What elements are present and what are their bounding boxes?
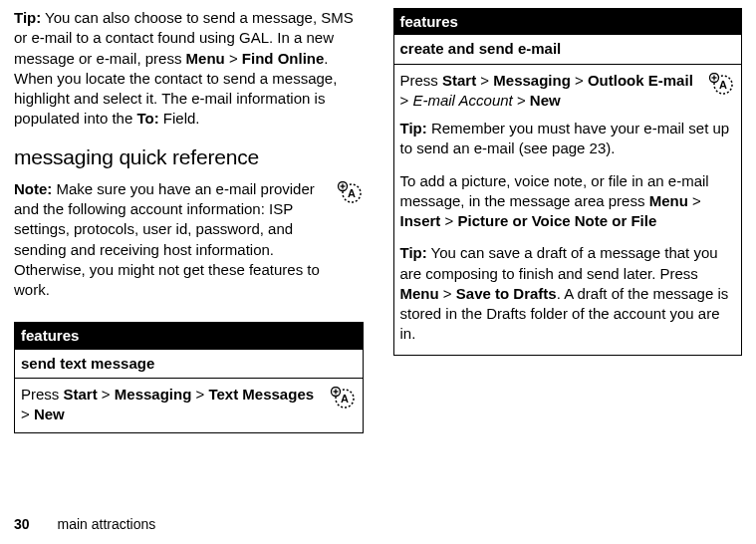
plus-a-icon: A xyxy=(707,73,735,95)
messaging-bold: Messaging xyxy=(115,386,192,403)
tip1-paragraph: Tip: Remember you must have your e-mail … xyxy=(400,119,736,159)
note-paragraph: Note: Make sure you have an e-mail provi… xyxy=(14,179,328,301)
page-footer: 30 main attractions xyxy=(14,515,155,534)
start-bold-r: Start xyxy=(442,72,476,89)
pvf-bold: Picture or Voice Note or File xyxy=(457,212,656,229)
feature-subheader-left: send text message xyxy=(15,350,363,379)
start-bold: Start xyxy=(64,386,98,403)
feature-step-text: Press Start > Messaging > Text Messages … xyxy=(21,385,321,425)
feature-box-left: features send text message Press Start >… xyxy=(14,322,364,433)
gt-1: > xyxy=(225,50,242,67)
email-account-italic: E-mail Account xyxy=(412,92,512,109)
svg-text:A: A xyxy=(341,393,349,405)
tip-paragraph: Tip: You can also choose to send a messa… xyxy=(14,8,364,130)
svg-text:A: A xyxy=(719,79,727,91)
plus-a-icon: A xyxy=(329,387,357,408)
menu-bold: Menu xyxy=(186,50,225,67)
page-number: 30 xyxy=(14,516,30,532)
tip1-label: Tip: xyxy=(400,120,427,136)
feature-step-right: Press Start > Messaging > Outlook E-mail… xyxy=(400,71,736,112)
tip2-body: You can save a draft of a message that y… xyxy=(400,244,718,281)
new-bold: New xyxy=(34,406,65,422)
note-label: Note: xyxy=(14,180,52,197)
feature-header-left: features xyxy=(15,323,363,349)
add-paragraph: To add a picture, voice note, or file in… xyxy=(400,171,736,232)
plus-a-icon: A xyxy=(336,181,364,203)
tip2-paragraph: Tip: You can save a draft of a message t… xyxy=(400,243,736,344)
svg-text:A: A xyxy=(348,187,356,199)
feature-header-right: features xyxy=(394,9,742,35)
menu-bold-r2: Menu xyxy=(400,285,439,302)
footer-section: main attractions xyxy=(57,516,155,532)
new-bold-r: New xyxy=(530,92,561,109)
tip-text-3: Field. xyxy=(159,110,200,127)
left-column: Tip: You can also choose to send a messa… xyxy=(14,8,364,496)
outlook-bold-r: Outlook E-mail xyxy=(588,72,693,89)
tip-label: Tip: xyxy=(14,9,41,26)
insert-bold: Insert xyxy=(400,212,441,229)
save-drafts-bold: Save to Drafts xyxy=(456,285,557,302)
tip2-label: Tip: xyxy=(400,244,427,261)
text-messages-bold: Text Messages xyxy=(208,386,314,403)
right-column: features create and send e-mail Press St… xyxy=(393,8,743,496)
to-bold: To: xyxy=(136,110,158,127)
feature-box-right: features create and send e-mail Press St… xyxy=(393,8,743,356)
note-body: Make sure you have an e-mail provider an… xyxy=(14,180,320,298)
press-label-r: Press xyxy=(400,72,443,89)
feature-step-text-right: Press Start > Messaging > Outlook E-mail… xyxy=(400,71,700,112)
note-row: Note: Make sure you have an e-mail provi… xyxy=(14,179,364,313)
tip2-body2: . A draft of the message is stored in th… xyxy=(400,285,729,343)
messaging-heading: messaging quick reference xyxy=(14,143,364,171)
feature-step-left: Press Start > Messaging > Text Messages … xyxy=(21,385,357,425)
press-label: Press xyxy=(21,386,64,403)
tip1-body: Remember you must have your e-mail set u… xyxy=(400,120,730,156)
menu-bold-r: Menu xyxy=(649,192,688,209)
find-online-bold: Find Online xyxy=(242,50,325,67)
messaging-bold-r: Messaging xyxy=(493,72,571,89)
feature-subheader-right: create and send e-mail xyxy=(394,35,742,64)
